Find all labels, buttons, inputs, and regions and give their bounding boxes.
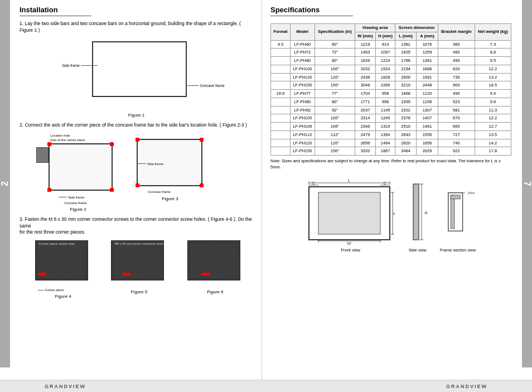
svg-rect-25 [451,195,454,229]
cell-row5-col7: 900 [438,81,475,90]
cell-row0-col1: LF-PH60 [290,40,315,49]
concave-frame-fig2: Concave frame [64,201,87,205]
col-weight: Net weight (kg) [475,24,511,41]
figure4-label: Figure 4 [55,294,71,299]
cell-row10-col2: 106" [315,123,355,131]
cell-row11-col1: LF-PH112 [290,130,315,139]
cell-row6-col3: 1704 [355,90,376,98]
col-bracket: Bracket margin [438,24,475,41]
cell-row6-col4: 958 [376,90,395,98]
svg-text:W: W [347,241,351,245]
cell-row7-col6: 1158 [417,98,438,106]
cell-row8-col6: 1307 [417,106,438,114]
svg-text:A: A [424,210,428,215]
cell-row2-col3: 1626 [355,57,376,65]
col-viewing: Viewing area [355,24,395,32]
cell-row4-col1: LF-PH120 [290,73,315,81]
table-row: LF-PH8080"1771996193511585239.8 [271,98,511,106]
cell-row1-col4: 1097 [376,49,395,57]
col-screen-l: L (mm) [395,32,417,40]
cell-row7-col3: 1771 [355,98,376,106]
cell-row11-col7: 727 [438,130,475,139]
cell-row2-col7: 490 [438,57,475,65]
cell-row5-col5: 3210 [395,81,417,90]
step3-text-2: for the rest three corner pieces. [20,229,253,236]
cell-row6-col7: 490 [438,90,475,98]
figure6-label: Figure 6 [207,289,223,294]
table-row: LF-PH120120"243818282600199173013.2 [271,73,511,81]
cell-row13-col4: 1867 [376,147,395,156]
cell-row12-col1: LF-PH120 [290,139,315,147]
cell-row12-col0 [271,139,291,147]
cell-row1-col0 [271,49,291,57]
table-row: LF-PH112112"247913942643155672713.5 [271,130,511,139]
table-row: 16:9LF-PH7777"1704958186811204909.4 [271,90,511,98]
concave-frame-fig3: Concave frame [148,190,171,193]
cell-row9-col6: 1407 [417,114,438,123]
table-row: LF-PH150150"304822863210244890018.5 [271,81,511,90]
cell-row11-col8: 13.5 [475,130,511,139]
table-row: 4:3LF-PH6060"1219914138110763607.3 [271,40,511,49]
cell-row1-col1: LF-PH72 [290,49,315,57]
cell-row0-col4: 914 [376,40,395,49]
cell-row11-col4: 1394 [376,130,395,139]
svg-text:C: C [312,181,315,185]
brand-right: GRANDVIEW [446,384,487,389]
cell-row6-col2: 77" [315,90,355,98]
cell-row0-col2: 60" [315,40,355,49]
cell-row8-col2: 92" [315,106,355,114]
cell-row13-col5: 3484 [395,147,417,156]
cell-row12-col5: 2820 [395,139,417,147]
cell-row12-col6: 1656 [417,139,438,147]
cell-row8-col5: 2201 [395,106,417,114]
cell-row10-col0 [271,123,291,131]
table-row: LF-PH7272"14631097162512594808.8 [271,49,511,57]
col-screen: Screen dimension [395,24,438,32]
cell-row10-col1: LF-PH106 [290,123,315,131]
side-frame-fig3: Side frame [147,162,163,166]
cell-row4-col2: 120" [315,73,355,81]
figure2-label: Figure 2 [70,207,86,212]
svg-rect-26 [451,195,460,199]
table-row: LF-PH106106"234613192510148166012.7 [271,123,511,131]
svg-text:H: H [393,211,395,216]
cell-row12-col7: 740 [438,139,475,147]
cell-row2-col2: 80" [315,57,355,65]
cell-row5-col8: 18.5 [475,81,511,90]
svg-rect-1 [318,192,380,234]
cell-row0-col7: 360 [438,40,475,49]
cell-row0-col0: 4:3 [271,40,291,49]
step1-text: 1. Lay the two side bars and two concave… [20,21,253,34]
cell-row0-col8: 7.3 [475,40,511,49]
specs-title: Specifications [270,6,320,14]
cell-row8-col4: 1145 [376,106,395,114]
cell-row11-col3: 2479 [355,130,376,139]
cell-row8-col1: LF-PH92 [290,106,315,114]
cell-row7-col0 [271,98,291,106]
cell-row8-col0 [271,106,291,114]
cell-row6-col0: 16:9 [271,90,291,98]
svg-text:C: C [383,181,386,185]
cell-row1-col3: 1463 [355,49,376,57]
cell-row9-col5: 2378 [395,114,417,123]
figure5-label: Figure 5 [131,289,147,294]
cell-row1-col2: 72" [315,49,355,57]
cell-row0-col5: 1381 [395,40,417,49]
cell-row3-col1: LF-PH100 [290,65,315,73]
cell-row3-col7: 620 [438,65,475,73]
figure3-label: Figure 3 [162,196,178,201]
cell-row3-col6: 1686 [417,65,438,73]
cell-row6-col5: 1868 [395,90,417,98]
cell-row4-col8: 13.2 [475,73,511,81]
cell-row10-col6: 1481 [417,123,438,131]
cell-row5-col0 [271,81,291,90]
cell-row9-col0 [271,114,291,123]
cell-row8-col7: 581 [438,106,475,114]
cell-row4-col6: 1991 [417,73,438,81]
cell-row12-col2: 120" [315,139,355,147]
side-view-label: Side view [409,248,427,253]
cell-row1-col8: 8.8 [475,49,511,57]
cell-row4-col4: 1828 [376,73,395,81]
cell-row11-col2: 112" [315,130,355,139]
cell-row7-col2: 80" [315,98,355,106]
